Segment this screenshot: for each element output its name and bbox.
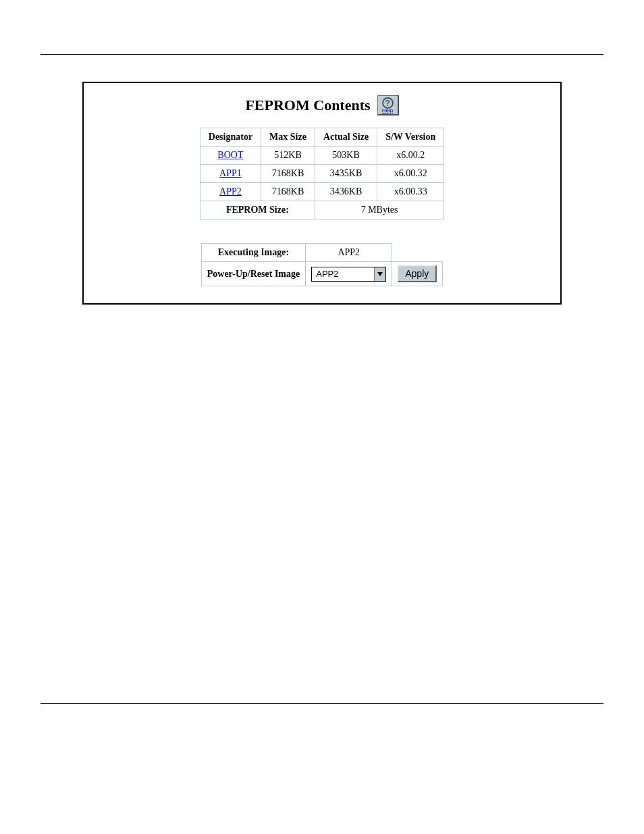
cell-actual-size: 503KB [315, 147, 377, 165]
feprom-size-value: 7 MBytes [315, 201, 444, 219]
help-label: Help [382, 108, 393, 113]
svg-marker-0 [377, 272, 383, 276]
table-row: BOOT 512KB 503KB x6.00.2 [200, 147, 444, 165]
cell-max-size: 512KB [261, 147, 315, 165]
executing-image-label: Executing Image: [201, 244, 306, 262]
apply-button[interactable]: Apply [398, 265, 437, 282]
table-row: APP2 7168KB 3436KB x6.00.33 [200, 183, 444, 201]
table-header-row: Designator Max Size Actual Size S/W Vers… [200, 128, 444, 147]
bottom-rule [41, 703, 603, 704]
feprom-panel: FEPROM Contents ? Help Designator Max Si… [82, 82, 562, 305]
reset-image-label: Power-Up/Reset Image [201, 262, 306, 286]
col-designator: Designator [200, 128, 261, 147]
top-rule [41, 54, 603, 55]
cell-max-size: 7168KB [261, 165, 315, 183]
designator-link-app1[interactable]: APP1 [219, 168, 242, 178]
reset-row: Power-Up/Reset Image APP2 Apply [201, 262, 443, 286]
col-max-size: Max Size [261, 128, 315, 147]
title-row: FEPROM Contents ? Help [90, 95, 554, 115]
reset-image-cell: APP2 [306, 262, 392, 286]
cell-actual-size: 3436KB [315, 183, 377, 201]
col-actual-size: Actual Size [315, 128, 377, 147]
image-form: Executing Image: APP2 Power-Up/Reset Ima… [201, 243, 444, 286]
executing-row: Executing Image: APP2 [201, 244, 443, 262]
cell-max-size: 7168KB [261, 183, 315, 201]
help-button[interactable]: ? Help [377, 95, 399, 115]
cell-sw-version: x6.00.33 [377, 183, 444, 201]
designator-link-app2[interactable]: APP2 [219, 186, 242, 197]
cell-sw-version: x6.00.32 [377, 165, 444, 183]
designator-link-boot[interactable]: BOOT [217, 150, 243, 160]
chevron-down-icon [374, 267, 385, 281]
table-row: APP1 7168KB 3435KB x6.00.32 [200, 165, 444, 183]
cell-actual-size: 3435KB [315, 165, 377, 183]
table-size-row: FEPROM Size: 7 MBytes [200, 201, 444, 219]
reset-image-value: APP2 [312, 267, 374, 281]
reset-image-select[interactable]: APP2 [311, 267, 386, 282]
cell-sw-version: x6.00.2 [377, 147, 444, 165]
col-sw-version: S/W Version [377, 128, 444, 147]
feprom-size-label: FEPROM Size: [200, 201, 315, 219]
help-icon: ? [382, 97, 394, 109]
page-title: FEPROM Contents [245, 97, 370, 114]
executing-image-value: APP2 [306, 244, 392, 262]
feprom-table: Designator Max Size Actual Size S/W Vers… [200, 128, 444, 219]
apply-cell: Apply [392, 262, 443, 286]
